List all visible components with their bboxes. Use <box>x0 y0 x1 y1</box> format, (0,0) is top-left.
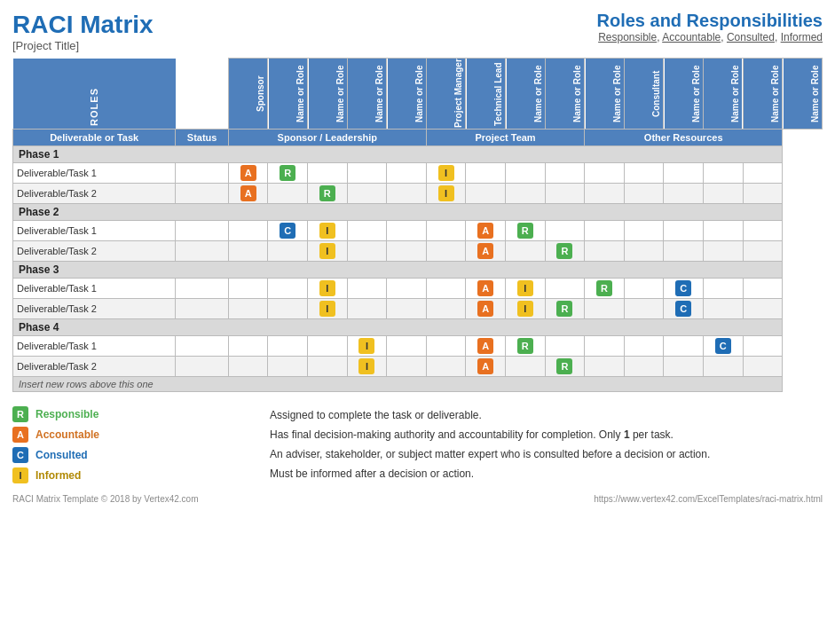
p1t2-c8 <box>545 184 585 204</box>
p4t2-c3: I <box>347 357 387 377</box>
roles-title: Roles and Responsibilities <box>596 11 823 31</box>
p4t1-c10 <box>624 336 664 357</box>
p2t2-c5 <box>426 241 466 262</box>
p2t2-c12 <box>703 241 743 262</box>
p4t2-c4 <box>387 357 427 377</box>
insert-row: Insert new rows above this one <box>13 377 823 392</box>
p1t2-c7 <box>506 184 546 204</box>
p3t2-c12 <box>703 299 743 319</box>
legend-a-desc: Has final decision-making authority and … <box>270 426 823 441</box>
project-title: [Project Title] <box>12 39 154 52</box>
role-4: Name or Role <box>387 59 427 130</box>
p3t2-c1 <box>268 299 308 319</box>
p1t2-c0: A <box>228 184 268 204</box>
p3t2-c13 <box>743 299 783 319</box>
p2t2-c9 <box>585 241 625 262</box>
p1t2-c9 <box>585 184 625 204</box>
p4t2-c12 <box>703 357 743 377</box>
p1t1-c13 <box>743 163 783 184</box>
p1t1-c7 <box>506 163 546 184</box>
p1t2-c12 <box>703 184 743 204</box>
page-header: RACI Matrix [Project Title] Roles and Re… <box>12 11 823 52</box>
p1t1-c9 <box>585 163 625 184</box>
p3t1-name: Deliverable/Task 1 <box>13 279 176 299</box>
p1t2-status <box>176 184 228 204</box>
p2t2-c1 <box>268 241 308 262</box>
role-10: Name or Role <box>743 59 783 130</box>
legend-i-badge: I <box>12 467 28 483</box>
role-1: Name or Role <box>268 59 308 130</box>
roles-subtitle: Responsible, Accountable, Consulted, Inf… <box>596 31 823 43</box>
p4t1-c11 <box>664 336 704 357</box>
legend-a: A Accountable <box>12 427 270 443</box>
p2t1-c5 <box>426 221 466 241</box>
p1t2-c2: R <box>308 184 348 204</box>
p1t2-c5: I <box>426 184 466 204</box>
role-tl: Technical Lead <box>466 59 506 130</box>
column-header-row: Deliverable or Task Status Sponsor / Lea… <box>13 130 823 146</box>
p3t1-c9: R <box>585 279 625 299</box>
p3t1-c13 <box>743 279 783 299</box>
p4t1-name: Deliverable/Task 1 <box>13 336 176 357</box>
p3t1-c11: C <box>664 279 704 299</box>
role-11: Name or Role <box>783 59 823 130</box>
p2t1-c9 <box>585 221 625 241</box>
p4t1-c7: R <box>506 336 546 357</box>
p4t2-c7 <box>506 357 546 377</box>
p3t1-c0 <box>228 279 268 299</box>
p1t1-c1: R <box>268 163 308 184</box>
p3t1-c7: I <box>506 279 546 299</box>
role-sponsor: Sponsor <box>228 59 268 130</box>
p3t1-c3 <box>347 279 387 299</box>
p4t1-c9 <box>585 336 625 357</box>
role-7: Name or Role <box>585 59 625 130</box>
p4t2-c0 <box>228 357 268 377</box>
p1t1-c0: A <box>228 163 268 184</box>
informed-label: Informed <box>781 31 823 43</box>
p2t1-c13 <box>743 221 783 241</box>
p1t1-c10 <box>624 163 664 184</box>
p4t1-status <box>176 336 228 357</box>
legend-r: R Responsible <box>12 406 270 422</box>
consulted-label: Consulted <box>727 31 775 43</box>
p3t2-c5 <box>426 299 466 319</box>
p2t1-c10 <box>624 221 664 241</box>
p2t2-c2: I <box>308 241 348 262</box>
roles-label: ROLES <box>89 88 99 126</box>
header-left: RACI Matrix [Project Title] <box>12 11 154 52</box>
p4t1-c0 <box>228 336 268 357</box>
header-right: Roles and Responsibilities Responsible, … <box>596 11 823 43</box>
page-footer: RACI Matrix Template © 2018 by Vertex42.… <box>12 494 823 504</box>
role-3: Name or Role <box>347 59 387 130</box>
legend-i: I Informed <box>12 467 270 483</box>
p2t1-c1: C <box>268 221 308 241</box>
p2t2-c4 <box>387 241 427 262</box>
legend-c: C Consulted <box>12 447 270 463</box>
p2t1-c0 <box>228 221 268 241</box>
p2t1-c7: R <box>506 221 546 241</box>
role-consultant: Consultant <box>624 59 664 130</box>
legend-r-desc: Assigned to complete the task or deliver… <box>270 406 823 421</box>
legend-section: R Responsible A Accountable C Consulted … <box>12 406 823 483</box>
p1t1-c11 <box>664 163 704 184</box>
role-8: Name or Role <box>664 59 704 130</box>
p4t1-c4 <box>387 336 427 357</box>
phase-4-task-1-row: Deliverable/Task 1 I A R C <box>13 336 823 357</box>
status-col-header: Status <box>176 130 228 146</box>
p3t2-c4 <box>387 299 427 319</box>
p4t2-c8: R <box>545 357 585 377</box>
legend-r-label: Responsible <box>35 408 98 420</box>
p1t1-c8 <box>545 163 585 184</box>
p3t2-c7: I <box>506 299 546 319</box>
p2t1-c6: A <box>466 221 506 241</box>
footer-url: https://www.vertex42.com/ExcelTemplates/… <box>594 494 823 504</box>
p4t2-c6: A <box>466 357 506 377</box>
p3t2-c2: I <box>308 299 348 319</box>
p3t2-c10 <box>624 299 664 319</box>
other-resources-group-header: Other Resources <box>585 130 783 146</box>
p2t1-c3 <box>347 221 387 241</box>
p4t2-c13 <box>743 357 783 377</box>
legend-c-badge: C <box>12 447 28 463</box>
roles-header-row: ROLES Sponsor Name or Role Name or Role … <box>13 59 823 130</box>
p3t1-c4 <box>387 279 427 299</box>
